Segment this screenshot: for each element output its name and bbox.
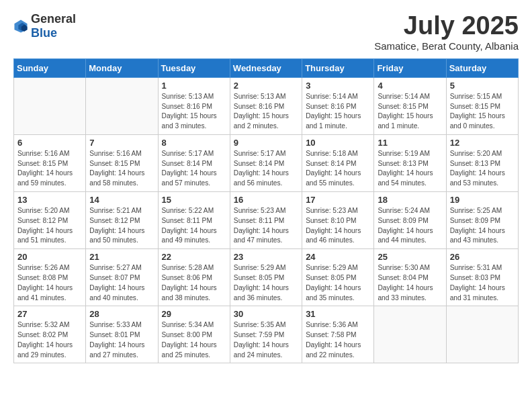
day-number: 30 <box>234 309 298 319</box>
calendar-subtitle: Samatice, Berat County, Albania <box>374 40 519 52</box>
day-number: 5 <box>450 81 515 91</box>
day-info: Sunrise: 5:20 AMSunset: 8:13 PMDaylight:… <box>450 149 515 189</box>
day-number: 21 <box>89 252 154 262</box>
calendar-cell: 18Sunrise: 5:24 AMSunset: 8:09 PMDayligh… <box>374 192 446 249</box>
calendar-cell <box>14 77 86 134</box>
calendar-cell: 16Sunrise: 5:23 AMSunset: 8:11 PMDayligh… <box>230 192 302 249</box>
day-info: Sunrise: 5:33 AMSunset: 8:01 PMDaylight:… <box>89 320 154 360</box>
day-info: Sunrise: 5:36 AMSunset: 7:58 PMDaylight:… <box>306 320 370 360</box>
day-number: 26 <box>450 252 515 262</box>
logo-blue: Blue <box>31 26 57 40</box>
day-number: 8 <box>162 138 226 148</box>
day-number: 7 <box>89 138 154 148</box>
col-tuesday: Tuesday <box>158 58 230 77</box>
calendar-header-row: Sunday Monday Tuesday Wednesday Thursday… <box>14 58 519 77</box>
day-number: 27 <box>17 309 82 319</box>
day-number: 2 <box>234 81 298 91</box>
day-number: 10 <box>306 138 370 148</box>
calendar-week-3: 13Sunrise: 5:20 AMSunset: 8:12 PMDayligh… <box>14 192 519 249</box>
day-number: 31 <box>306 309 370 319</box>
logo-icon <box>13 19 28 34</box>
day-number: 23 <box>234 252 298 262</box>
day-number: 6 <box>17 138 82 148</box>
calendar-cell: 30Sunrise: 5:35 AMSunset: 7:59 PMDayligh… <box>230 306 302 363</box>
col-saturday: Saturday <box>446 58 518 77</box>
calendar-cell: 8Sunrise: 5:17 AMSunset: 8:14 PMDaylight… <box>158 134 230 191</box>
day-info: Sunrise: 5:14 AMSunset: 8:15 PMDaylight:… <box>378 92 442 132</box>
calendar-cell: 23Sunrise: 5:29 AMSunset: 8:05 PMDayligh… <box>230 249 302 306</box>
day-number: 14 <box>89 195 154 205</box>
calendar-cell: 4Sunrise: 5:14 AMSunset: 8:15 PMDaylight… <box>374 77 446 134</box>
logo-text: General Blue <box>31 12 76 40</box>
calendar-cell: 7Sunrise: 5:16 AMSunset: 8:15 PMDaylight… <box>86 134 158 191</box>
calendar-week-1: 1Sunrise: 5:13 AMSunset: 8:16 PMDaylight… <box>14 77 519 134</box>
page-header: General Blue July 2025 Samatice, Berat C… <box>13 12 519 52</box>
calendar-cell: 2Sunrise: 5:13 AMSunset: 8:16 PMDaylight… <box>230 77 302 134</box>
day-number: 17 <box>306 195 370 205</box>
calendar-cell: 6Sunrise: 5:16 AMSunset: 8:15 PMDaylight… <box>14 134 86 191</box>
day-number: 29 <box>162 309 226 319</box>
day-info: Sunrise: 5:23 AMSunset: 8:11 PMDaylight:… <box>234 206 298 246</box>
calendar-cell: 14Sunrise: 5:21 AMSunset: 8:12 PMDayligh… <box>86 192 158 249</box>
day-info: Sunrise: 5:31 AMSunset: 8:03 PMDaylight:… <box>450 263 515 303</box>
calendar-week-2: 6Sunrise: 5:16 AMSunset: 8:15 PMDaylight… <box>14 134 519 191</box>
calendar-cell: 22Sunrise: 5:28 AMSunset: 8:06 PMDayligh… <box>158 249 230 306</box>
calendar-cell: 13Sunrise: 5:20 AMSunset: 8:12 PMDayligh… <box>14 192 86 249</box>
day-info: Sunrise: 5:23 AMSunset: 8:10 PMDaylight:… <box>306 206 370 246</box>
day-info: Sunrise: 5:19 AMSunset: 8:13 PMDaylight:… <box>378 149 442 189</box>
day-info: Sunrise: 5:13 AMSunset: 8:16 PMDaylight:… <box>234 92 298 132</box>
col-sunday: Sunday <box>14 58 86 77</box>
calendar-cell: 28Sunrise: 5:33 AMSunset: 8:01 PMDayligh… <box>86 306 158 363</box>
calendar-cell: 11Sunrise: 5:19 AMSunset: 8:13 PMDayligh… <box>374 134 446 191</box>
day-number: 18 <box>378 195 442 205</box>
calendar-cell: 31Sunrise: 5:36 AMSunset: 7:58 PMDayligh… <box>302 306 374 363</box>
day-number: 20 <box>17 252 82 262</box>
calendar-cell: 29Sunrise: 5:34 AMSunset: 8:00 PMDayligh… <box>158 306 230 363</box>
day-number: 19 <box>450 195 515 205</box>
col-monday: Monday <box>86 58 158 77</box>
day-info: Sunrise: 5:26 AMSunset: 8:08 PMDaylight:… <box>17 263 82 303</box>
calendar-cell: 26Sunrise: 5:31 AMSunset: 8:03 PMDayligh… <box>446 249 518 306</box>
day-info: Sunrise: 5:24 AMSunset: 8:09 PMDaylight:… <box>378 206 442 246</box>
day-number: 11 <box>378 138 442 148</box>
day-info: Sunrise: 5:17 AMSunset: 8:14 PMDaylight:… <box>234 149 298 189</box>
logo-general: General <box>31 12 76 26</box>
calendar-cell: 1Sunrise: 5:13 AMSunset: 8:16 PMDaylight… <box>158 77 230 134</box>
calendar-cell: 21Sunrise: 5:27 AMSunset: 8:07 PMDayligh… <box>86 249 158 306</box>
day-info: Sunrise: 5:22 AMSunset: 8:11 PMDaylight:… <box>162 206 226 246</box>
day-number: 15 <box>162 195 226 205</box>
day-number: 9 <box>234 138 298 148</box>
calendar-cell <box>446 306 518 363</box>
day-info: Sunrise: 5:29 AMSunset: 8:05 PMDaylight:… <box>234 263 298 303</box>
day-number: 1 <box>162 81 226 91</box>
logo: General Blue <box>13 12 76 40</box>
day-info: Sunrise: 5:32 AMSunset: 8:02 PMDaylight:… <box>17 320 82 360</box>
calendar-cell: 19Sunrise: 5:25 AMSunset: 8:09 PMDayligh… <box>446 192 518 249</box>
day-info: Sunrise: 5:15 AMSunset: 8:15 PMDaylight:… <box>450 92 515 132</box>
day-info: Sunrise: 5:30 AMSunset: 8:04 PMDaylight:… <box>378 263 442 303</box>
calendar-cell: 20Sunrise: 5:26 AMSunset: 8:08 PMDayligh… <box>14 249 86 306</box>
day-info: Sunrise: 5:25 AMSunset: 8:09 PMDaylight:… <box>450 206 515 246</box>
day-info: Sunrise: 5:20 AMSunset: 8:12 PMDaylight:… <box>17 206 82 246</box>
day-info: Sunrise: 5:16 AMSunset: 8:15 PMDaylight:… <box>17 149 82 189</box>
title-block: July 2025 Samatice, Berat County, Albani… <box>374 12 519 52</box>
calendar-cell: 9Sunrise: 5:17 AMSunset: 8:14 PMDaylight… <box>230 134 302 191</box>
calendar-title: July 2025 <box>374 12 519 40</box>
calendar-cell: 3Sunrise: 5:14 AMSunset: 8:16 PMDaylight… <box>302 77 374 134</box>
day-info: Sunrise: 5:13 AMSunset: 8:16 PMDaylight:… <box>162 92 226 132</box>
day-number: 28 <box>89 309 154 319</box>
calendar-cell: 15Sunrise: 5:22 AMSunset: 8:11 PMDayligh… <box>158 192 230 249</box>
day-number: 12 <box>450 138 515 148</box>
calendar-cell <box>374 306 446 363</box>
calendar-cell: 27Sunrise: 5:32 AMSunset: 8:02 PMDayligh… <box>14 306 86 363</box>
day-number: 24 <box>306 252 370 262</box>
day-number: 16 <box>234 195 298 205</box>
day-info: Sunrise: 5:14 AMSunset: 8:16 PMDaylight:… <box>306 92 370 132</box>
day-info: Sunrise: 5:29 AMSunset: 8:05 PMDaylight:… <box>306 263 370 303</box>
day-info: Sunrise: 5:17 AMSunset: 8:14 PMDaylight:… <box>162 149 226 189</box>
col-friday: Friday <box>374 58 446 77</box>
calendar-week-5: 27Sunrise: 5:32 AMSunset: 8:02 PMDayligh… <box>14 306 519 363</box>
day-info: Sunrise: 5:28 AMSunset: 8:06 PMDaylight:… <box>162 263 226 303</box>
col-thursday: Thursday <box>302 58 374 77</box>
day-number: 3 <box>306 81 370 91</box>
